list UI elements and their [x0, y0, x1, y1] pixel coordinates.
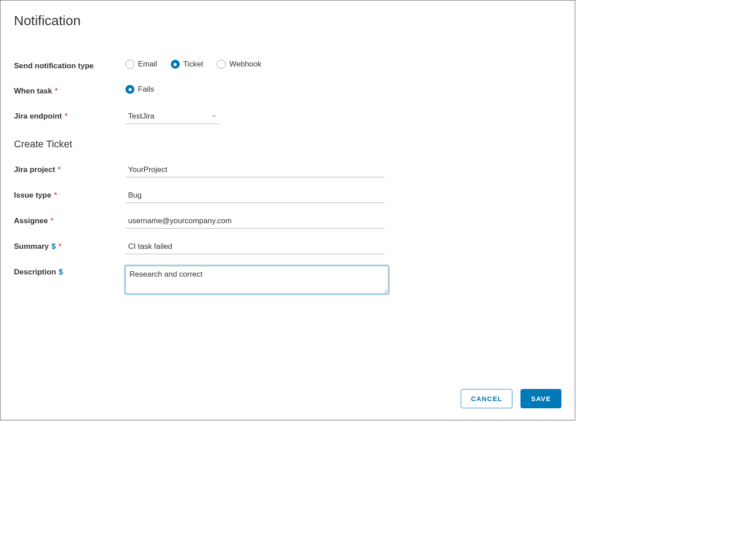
label-issue-type: Issue type *	[14, 189, 125, 200]
variable-marker: $	[50, 242, 55, 251]
page-title: Notification	[14, 13, 561, 28]
label-jira-endpoint: Jira endpoint *	[14, 110, 125, 121]
radio-fails[interactable]: Fails	[125, 85, 154, 94]
assignee-input[interactable]	[125, 215, 385, 229]
send-type-radio-group: Email Ticket Webhook	[125, 60, 561, 69]
required-marker: *	[57, 165, 61, 174]
footer-actions: CANCEL SAVE	[461, 389, 561, 408]
radio-fails-label: Fails	[138, 85, 154, 94]
required-marker: *	[53, 191, 57, 200]
label-summary: Summary $ *	[14, 240, 125, 251]
row-issue-type: Issue type *	[14, 189, 561, 203]
save-button[interactable]: SAVE	[520, 389, 561, 408]
summary-input[interactable]	[125, 240, 385, 254]
row-jira-project: Jira project *	[14, 163, 561, 177]
radio-webhook-label: Webhook	[229, 60, 262, 69]
row-summary: Summary $ *	[14, 240, 561, 254]
required-marker: *	[54, 87, 58, 96]
row-description: Description $	[14, 266, 561, 296]
section-create-ticket: Create Ticket	[14, 138, 561, 150]
label-jira-project: Jira project *	[14, 163, 125, 174]
row-when-task: When task * Fails	[14, 85, 561, 96]
jira-project-input[interactable]	[125, 163, 385, 177]
label-description: Description $	[14, 266, 125, 277]
cancel-button[interactable]: CANCEL	[461, 389, 513, 408]
required-marker: *	[50, 216, 54, 225]
row-assignee: Assignee *	[14, 215, 561, 229]
required-marker: *	[58, 242, 62, 251]
label-send-type: Send notification type	[14, 60, 125, 71]
when-task-radio-group: Fails	[125, 85, 561, 94]
radio-webhook[interactable]: Webhook	[217, 60, 262, 69]
row-jira-endpoint: Jira endpoint * TestJira	[14, 110, 561, 124]
issue-type-input[interactable]	[125, 189, 385, 203]
label-assignee: Assignee *	[14, 215, 125, 225]
radio-circle-selected-icon	[171, 60, 180, 69]
chevron-down-icon	[211, 112, 217, 121]
notification-panel: Notification Send notification type Emai…	[0, 0, 575, 420]
radio-circle-icon	[217, 60, 226, 69]
radio-circle-selected-icon	[125, 85, 134, 94]
radio-circle-icon	[125, 60, 134, 69]
radio-email[interactable]: Email	[125, 60, 157, 69]
row-send-type: Send notification type Email Ticket Webh…	[14, 60, 561, 71]
description-textarea[interactable]	[125, 266, 388, 294]
radio-ticket[interactable]: Ticket	[171, 60, 204, 69]
radio-ticket-label: Ticket	[183, 60, 204, 69]
required-marker: *	[64, 112, 68, 121]
variable-marker: $	[58, 268, 63, 277]
jira-endpoint-value: TestJira	[128, 112, 155, 120]
label-when-task: When task *	[14, 85, 125, 96]
jira-endpoint-select[interactable]: TestJira	[125, 110, 220, 124]
radio-email-label: Email	[138, 60, 157, 69]
